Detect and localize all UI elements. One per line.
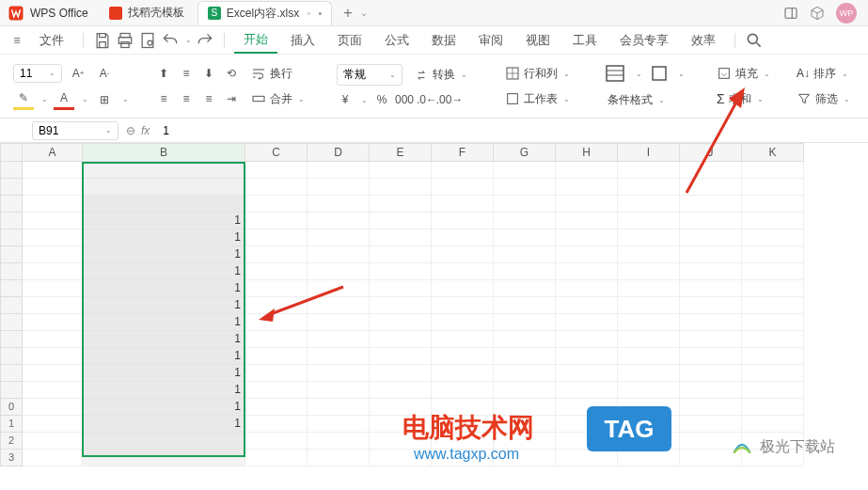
select-all-corner[interactable] bbox=[0, 143, 23, 162]
cell[interactable] bbox=[742, 213, 804, 229]
filter-button[interactable]: 筛选⌄ bbox=[791, 89, 856, 109]
cell[interactable] bbox=[680, 280, 742, 297]
tab-page[interactable]: 页面 bbox=[328, 28, 371, 53]
cell[interactable] bbox=[742, 246, 804, 263]
row-header[interactable] bbox=[0, 213, 23, 229]
orientation-icon[interactable]: ⟲ bbox=[223, 65, 240, 82]
row-header[interactable]: 0 bbox=[0, 399, 23, 416]
cell[interactable] bbox=[494, 162, 556, 179]
cell[interactable] bbox=[245, 229, 308, 246]
cell[interactable] bbox=[618, 314, 680, 331]
table-style-dropdown[interactable]: ⌄ bbox=[636, 70, 642, 78]
undo-icon[interactable] bbox=[161, 31, 180, 50]
cell[interactable] bbox=[370, 196, 432, 213]
cell[interactable] bbox=[308, 331, 370, 348]
cell[interactable] bbox=[494, 331, 556, 348]
cell[interactable] bbox=[432, 179, 494, 196]
cell[interactable] bbox=[308, 213, 370, 229]
sort-button[interactable]: A↓ 排序⌄ bbox=[791, 64, 856, 84]
cell[interactable] bbox=[308, 280, 370, 297]
cell[interactable] bbox=[245, 263, 308, 280]
border-dropdown[interactable]: ⌄ bbox=[122, 95, 129, 103]
cell[interactable] bbox=[742, 348, 804, 365]
cell[interactable] bbox=[245, 331, 308, 348]
cell[interactable] bbox=[432, 280, 494, 297]
cell[interactable] bbox=[83, 162, 245, 179]
cell[interactable] bbox=[556, 213, 618, 229]
cell[interactable] bbox=[245, 196, 308, 213]
cell[interactable] bbox=[370, 280, 432, 297]
cell[interactable] bbox=[23, 162, 83, 179]
row-header[interactable] bbox=[0, 280, 23, 297]
tab-efficiency[interactable]: 效率 bbox=[682, 28, 725, 53]
row-header[interactable] bbox=[0, 246, 23, 263]
cell[interactable] bbox=[618, 382, 680, 399]
cell[interactable] bbox=[370, 382, 432, 399]
number-format-combo[interactable]: 常规⌄ bbox=[337, 64, 402, 86]
col-header-g[interactable]: G bbox=[494, 143, 556, 162]
cell[interactable] bbox=[308, 348, 370, 365]
cell[interactable] bbox=[680, 314, 742, 331]
cell[interactable] bbox=[680, 382, 742, 399]
col-header-k[interactable]: K bbox=[742, 143, 804, 162]
highlight-dropdown[interactable]: ⌄ bbox=[41, 95, 48, 103]
shape-dropdown[interactable]: ⌄ bbox=[678, 70, 685, 78]
cell[interactable] bbox=[494, 213, 556, 229]
tab-tools[interactable]: 工具 bbox=[563, 28, 607, 53]
cell[interactable] bbox=[23, 297, 83, 314]
row-header[interactable] bbox=[0, 331, 23, 348]
cell[interactable] bbox=[680, 331, 742, 348]
cell[interactable] bbox=[742, 280, 804, 297]
cell[interactable] bbox=[245, 314, 308, 331]
cell[interactable] bbox=[245, 348, 308, 365]
cell[interactable] bbox=[23, 348, 83, 365]
cell[interactable] bbox=[618, 196, 680, 213]
cell[interactable] bbox=[556, 382, 618, 399]
convert-button[interactable]: 转换⌄ bbox=[408, 65, 473, 85]
cell[interactable] bbox=[680, 263, 742, 280]
cell[interactable] bbox=[23, 213, 83, 229]
rows-cols-button[interactable]: 行和列⌄ bbox=[499, 64, 576, 84]
cell[interactable] bbox=[556, 263, 618, 280]
cell[interactable] bbox=[556, 162, 618, 179]
cell[interactable] bbox=[370, 246, 432, 263]
name-box[interactable]: B91 ⌄ bbox=[32, 121, 118, 140]
cell[interactable] bbox=[83, 196, 245, 213]
tab-excel-file[interactable]: S Excel内容.xlsx ▫ • bbox=[197, 1, 332, 25]
cell[interactable] bbox=[23, 331, 83, 348]
cell[interactable]: 1 bbox=[83, 297, 245, 314]
fill-button[interactable]: 填充⌄ bbox=[711, 64, 776, 84]
cell[interactable] bbox=[23, 263, 83, 280]
cell[interactable] bbox=[618, 263, 680, 280]
cell[interactable] bbox=[618, 331, 680, 348]
row-header[interactable] bbox=[0, 196, 23, 213]
cell[interactable] bbox=[680, 348, 742, 365]
cell[interactable] bbox=[370, 348, 432, 365]
cell[interactable] bbox=[494, 348, 556, 365]
decrease-font-icon[interactable]: A- bbox=[94, 63, 115, 84]
cell[interactable] bbox=[742, 365, 804, 382]
tab-template-store[interactable]: 找稻壳模板 bbox=[100, 1, 194, 25]
cell[interactable] bbox=[742, 263, 804, 280]
cell[interactable] bbox=[680, 297, 742, 314]
cell[interactable] bbox=[742, 331, 804, 348]
cell[interactable] bbox=[308, 433, 370, 450]
row-header[interactable] bbox=[0, 382, 23, 399]
cell[interactable] bbox=[308, 365, 370, 382]
sum-button[interactable]: Σ 求和⌄ bbox=[711, 89, 776, 109]
col-header-c[interactable]: C bbox=[245, 143, 308, 162]
col-header-e[interactable]: E bbox=[370, 143, 432, 162]
col-header-b[interactable]: B bbox=[83, 143, 245, 162]
worksheet-button[interactable]: 工作表⌄ bbox=[499, 89, 576, 109]
font-color-dropdown[interactable]: ⌄ bbox=[82, 95, 88, 103]
col-header-a[interactable]: A bbox=[23, 143, 83, 162]
cell[interactable] bbox=[245, 416, 308, 433]
cell[interactable] bbox=[556, 331, 618, 348]
cell[interactable] bbox=[680, 162, 742, 179]
cell[interactable]: 1 bbox=[83, 365, 245, 382]
panel-icon[interactable] bbox=[783, 6, 798, 21]
avatar[interactable]: WP bbox=[836, 3, 857, 24]
increase-font-icon[interactable]: A+ bbox=[68, 63, 88, 84]
currency-icon[interactable]: ¥ bbox=[337, 91, 354, 108]
cell[interactable]: 1 bbox=[83, 246, 245, 263]
